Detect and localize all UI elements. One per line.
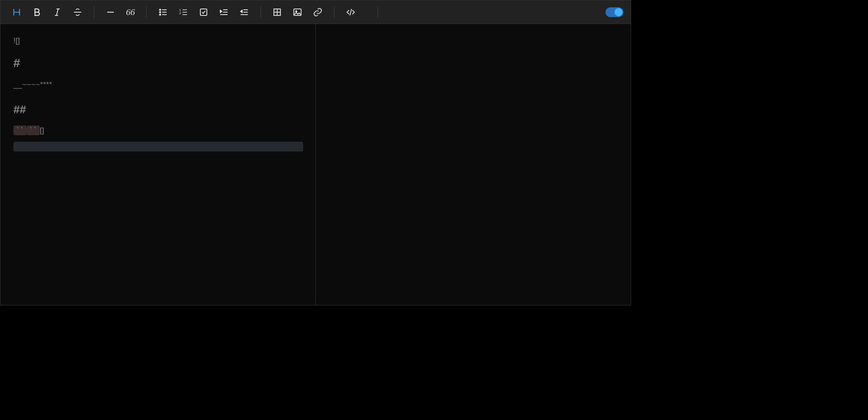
md-h1: # [13, 54, 303, 73]
toolbar-separator [260, 6, 261, 18]
italic-button[interactable] [48, 3, 66, 21]
indent-button[interactable] [215, 3, 233, 21]
svg-rect-16 [200, 9, 207, 15]
quote-button[interactable]: 66 [122, 7, 139, 17]
svg-point-7 [160, 14, 161, 15]
toolbar-separator [146, 6, 147, 18]
ol-button[interactable]: 12 [174, 3, 192, 21]
editor-split: ![] # __~~~~**** ## ````[] [0, 24, 631, 305]
codeblock-button[interactable] [342, 3, 360, 21]
md-paragraph: __~~~~**** [13, 78, 303, 90]
md-paragraph: ````[] [13, 124, 303, 136]
strike-button[interactable] [69, 3, 87, 21]
heading-button[interactable] [8, 3, 26, 21]
md-image-line: ![] [13, 35, 303, 46]
toolbar: 66 12 [0, 0, 631, 24]
svg-text:2: 2 [179, 11, 181, 15]
scroll-sync-group [601, 7, 623, 17]
hr-button[interactable] [102, 3, 119, 21]
bold-button[interactable] [28, 3, 46, 21]
markdown-source-pane[interactable]: ![] # __~~~~**** ## ````[] [0, 24, 316, 305]
md-codeblock [13, 142, 303, 152]
scroll-toggle[interactable] [605, 7, 623, 17]
image-button[interactable] [289, 3, 306, 21]
svg-point-5 [160, 9, 161, 10]
ul-button[interactable] [154, 3, 172, 21]
task-button[interactable] [195, 3, 213, 21]
svg-point-6 [160, 11, 161, 13]
md-h2: ## [13, 101, 303, 118]
outdent-button[interactable] [235, 3, 253, 21]
svg-line-0 [56, 9, 58, 15]
table-button[interactable] [268, 3, 286, 21]
editor-app: 66 12 [0, 0, 631, 305]
toolbar-separator [334, 6, 334, 18]
toolbar-separator [378, 6, 378, 18]
svg-point-27 [296, 11, 297, 12]
toolbar-separator [94, 6, 94, 18]
link-button[interactable] [309, 3, 327, 21]
